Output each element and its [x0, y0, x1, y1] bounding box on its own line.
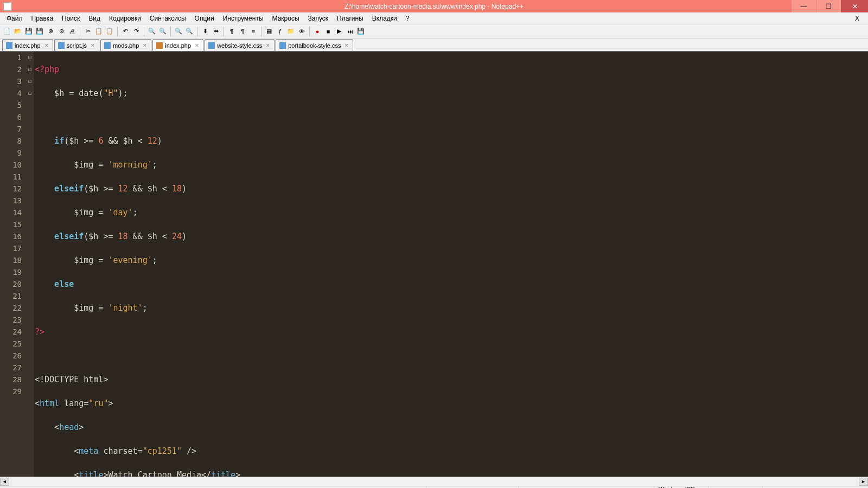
doc-map-icon[interactable]: ▦ — [264, 27, 274, 36]
window-controls: — ❐ ✕ — [791, 0, 868, 12]
separator — [170, 27, 171, 36]
scroll-left-icon[interactable]: ◄ — [0, 478, 9, 486]
tab-mods-php[interactable]: mods.php✕ — [100, 39, 151, 51]
scroll-right-icon[interactable]: ► — [859, 478, 868, 486]
code-editor[interactable]: 1234567891011121314151617181920212223242… — [0, 52, 868, 477]
file-icon — [156, 42, 163, 49]
file-icon — [6, 42, 12, 49]
separator — [80, 27, 80, 36]
menu-search[interactable]: Поиск — [58, 14, 84, 23]
maximize-button[interactable]: ❐ — [816, 0, 841, 12]
menu-tabs[interactable]: Вкладки — [368, 14, 401, 23]
replace-icon[interactable]: 🔍 — [158, 27, 168, 36]
tab-close-icon[interactable]: ✕ — [44, 43, 49, 48]
tab-close-icon[interactable]: ✕ — [90, 43, 95, 48]
paste-icon[interactable]: 📋 — [105, 27, 114, 36]
zoom-in-icon[interactable]: 🔍 — [174, 27, 183, 36]
tab-label: index.php — [165, 42, 191, 49]
menu-encoding[interactable]: Кодировки — [105, 14, 145, 23]
tab-label: script.js — [67, 42, 87, 49]
separator — [144, 27, 144, 36]
sync-h-icon[interactable]: ⬌ — [211, 27, 221, 36]
menu-view[interactable]: Вид — [84, 14, 105, 23]
window-title: Z:\home\watch-cartoon-media.su\www\index… — [344, 3, 524, 10]
menu-bar: Файл Правка Поиск Вид Кодировки Синтакси… — [0, 12, 868, 24]
new-file-icon[interactable]: 📄 — [2, 27, 12, 36]
app-icon — [3, 2, 12, 11]
tab-script-js[interactable]: script.js✕ — [54, 39, 99, 51]
indent-guide-icon[interactable]: ≡ — [248, 27, 258, 36]
copy-icon[interactable]: 📋 — [94, 27, 104, 36]
all-chars-icon[interactable]: ¶ — [238, 27, 247, 36]
minimize-button[interactable]: — — [791, 0, 816, 12]
menu-syntax[interactable]: Синтаксисы — [145, 14, 190, 23]
func-list-icon[interactable]: ƒ — [275, 27, 285, 36]
tab-close-icon[interactable]: ✕ — [344, 43, 349, 48]
line-number-gutter: 1234567891011121314151617181920212223242… — [0, 52, 26, 477]
menu-help[interactable]: ? — [401, 14, 414, 23]
play-multi-icon[interactable]: ⏭ — [345, 27, 355, 36]
close-button[interactable]: ✕ — [841, 0, 868, 12]
tab-bar: index.php✕ script.js✕ mods.php✕ index.ph… — [0, 38, 868, 52]
window-titlebar: Z:\home\watch-cartoon-media.su\www\index… — [0, 0, 868, 12]
file-icon — [208, 42, 215, 49]
zoom-out-icon[interactable]: 🔍 — [184, 27, 194, 36]
tab-close-icon[interactable]: ✕ — [142, 43, 148, 48]
separator — [197, 27, 197, 36]
save-all-icon[interactable]: 💾 — [35, 27, 44, 36]
print-icon[interactable]: 🖨 — [67, 27, 77, 36]
find-icon[interactable]: 🔍 — [147, 27, 157, 36]
cut-icon[interactable]: ✂ — [83, 27, 93, 36]
tab-website-style-css[interactable]: website-style.css✕ — [205, 39, 275, 51]
tab-close-icon[interactable]: ✕ — [265, 43, 271, 48]
tab-index-php-active[interactable]: index.php✕ — [152, 39, 203, 51]
separator — [309, 27, 310, 36]
horizontal-scrollbar[interactable]: ◄ ► — [0, 477, 868, 486]
tab-label: portalbook-style.css — [288, 42, 341, 49]
menu-close-x[interactable]: X — [851, 14, 864, 23]
undo-icon[interactable]: ↶ — [120, 27, 130, 36]
code-area[interactable]: <?php $h = date("H"); if($h >= 6 && $h <… — [34, 52, 868, 477]
close-file-icon[interactable]: ⊗ — [46, 27, 55, 36]
menu-tools[interactable]: Инструменты — [219, 14, 268, 23]
menu-options[interactable]: Опции — [190, 14, 219, 23]
status-bar: PHP Hypertext Preprocessor file length :… — [0, 486, 868, 488]
tab-portalbook-style-css[interactable]: portalbook-style.css✕ — [276, 39, 353, 51]
menu-plugins[interactable]: Плагины — [333, 14, 368, 23]
file-icon — [279, 42, 286, 49]
redo-icon[interactable]: ↷ — [131, 27, 141, 36]
menu-edit[interactable]: Правка — [27, 14, 58, 23]
menu-macros[interactable]: Макросы — [268, 14, 304, 23]
save-icon[interactable]: 💾 — [24, 27, 34, 36]
record-icon[interactable]: ● — [312, 27, 322, 36]
save-macro-icon[interactable]: 💾 — [356, 27, 366, 36]
separator — [261, 27, 261, 36]
toolbar: 📄 📂 💾 💾 ⊗ ⊗ 🖨 ✂ 📋 📋 ↶ ↷ 🔍 🔍 🔍 🔍 ⬍ ⬌ ¶ ¶ … — [0, 24, 868, 38]
file-icon — [104, 42, 111, 49]
file-icon — [58, 42, 65, 49]
folder-icon[interactable]: 📁 — [286, 27, 296, 36]
close-all-icon[interactable]: ⊗ — [56, 27, 66, 36]
tab-label: mods.php — [113, 42, 139, 49]
menu-file[interactable]: Файл — [2, 14, 27, 23]
monitor-icon[interactable]: 👁 — [297, 27, 307, 36]
tab-close-icon[interactable]: ✕ — [194, 43, 200, 48]
wordwrap-icon[interactable]: ¶ — [227, 27, 237, 36]
stop-icon[interactable]: ■ — [323, 27, 333, 36]
sync-v-icon[interactable]: ⬍ — [200, 27, 210, 36]
separator — [117, 27, 118, 36]
tab-label: index.php — [15, 42, 41, 49]
tab-label: website-style.css — [217, 42, 262, 49]
open-file-icon[interactable]: 📂 — [13, 27, 23, 36]
fold-column[interactable]: ⊟⊟⊟⊟ — [26, 52, 34, 477]
separator — [224, 27, 224, 36]
play-icon[interactable]: ▶ — [334, 27, 344, 36]
tab-index-php-1[interactable]: index.php✕ — [2, 39, 53, 51]
scroll-track[interactable] — [9, 478, 859, 486]
menu-run[interactable]: Запуск — [304, 14, 333, 23]
